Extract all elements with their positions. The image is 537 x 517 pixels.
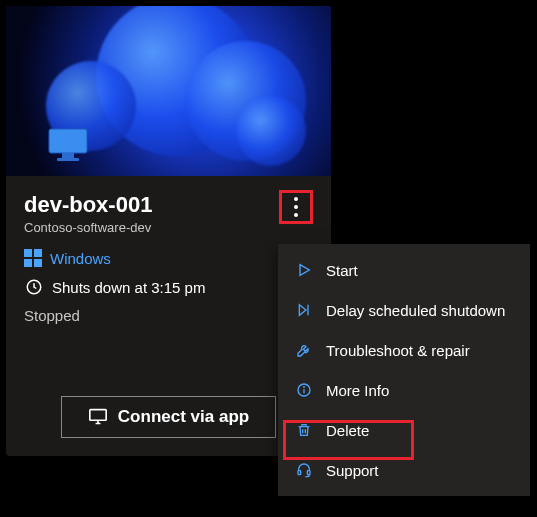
menu-label: Start xyxy=(326,262,358,279)
menu-label: Delay scheduled shutdown xyxy=(326,302,505,319)
title-block: dev-box-001 Contoso-software-dev xyxy=(24,192,152,235)
svg-rect-1 xyxy=(62,153,74,158)
svg-rect-11 xyxy=(298,471,301,475)
wrench-icon xyxy=(294,340,314,360)
skip-icon xyxy=(294,300,314,320)
actions-menu: Start Delay scheduled shutdown Troublesh… xyxy=(278,244,530,496)
kebab-icon xyxy=(294,197,298,217)
svg-rect-2 xyxy=(57,158,79,161)
devbox-thumbnail xyxy=(6,6,331,176)
menu-label: More Info xyxy=(326,382,389,399)
more-actions-button[interactable] xyxy=(279,190,313,224)
devbox-name: dev-box-001 xyxy=(24,192,152,218)
menu-label: Delete xyxy=(326,422,369,439)
play-icon xyxy=(294,260,314,280)
schedule-row: Shuts down at 3:15 pm xyxy=(24,277,313,297)
menu-item-troubleshoot[interactable]: Troubleshoot & repair xyxy=(278,330,530,370)
svg-rect-0 xyxy=(49,129,87,153)
menu-label: Troubleshoot & repair xyxy=(326,342,470,359)
trash-icon xyxy=(294,420,314,440)
os-row[interactable]: Windows xyxy=(24,249,313,267)
clock-icon xyxy=(24,277,44,297)
devbox-project: Contoso-software-dev xyxy=(24,220,152,235)
menu-item-support[interactable]: Support xyxy=(278,450,530,490)
menu-item-delay[interactable]: Delay scheduled shutdown xyxy=(278,290,530,330)
menu-item-start[interactable]: Start xyxy=(278,250,530,290)
monitor-icon xyxy=(48,128,88,162)
svg-point-8 xyxy=(304,387,305,388)
svg-rect-4 xyxy=(90,410,106,421)
menu-label: Support xyxy=(326,462,379,479)
status-text: Stopped xyxy=(24,307,313,324)
headset-icon xyxy=(294,460,314,480)
os-label: Windows xyxy=(50,250,111,267)
windows-icon xyxy=(24,249,42,267)
desktop-icon xyxy=(88,408,108,426)
schedule-text: Shuts down at 3:15 pm xyxy=(52,279,205,296)
connect-label: Connect via app xyxy=(118,407,249,427)
menu-item-delete[interactable]: Delete xyxy=(278,410,530,450)
info-icon xyxy=(294,380,314,400)
svg-rect-12 xyxy=(307,471,310,475)
connect-via-app-button[interactable]: Connect via app xyxy=(61,396,276,438)
menu-item-more-info[interactable]: More Info xyxy=(278,370,530,410)
